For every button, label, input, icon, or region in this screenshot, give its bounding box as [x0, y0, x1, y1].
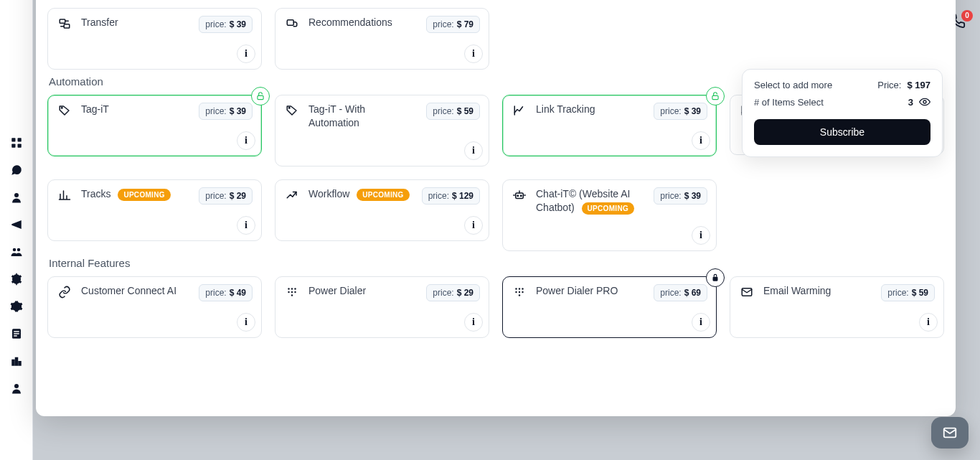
- link-icon: [57, 284, 72, 300]
- summary-select-label: Select to add more: [754, 80, 832, 90]
- upcoming-badge: UPCOMING: [582, 202, 634, 215]
- card-transfer[interactable]: Transfer price: $ 39 i: [47, 8, 262, 70]
- card-tagit-auto[interactable]: Tag-iT - With Automation price: $ 59 i: [275, 95, 489, 166]
- plan-modal: i i i i Transfer price: $ 39 i: [36, 0, 956, 416]
- card-title: Transfer: [81, 16, 190, 29]
- phone-badge: 0: [961, 10, 973, 22]
- svg-point-28: [294, 288, 296, 289]
- info-icon[interactable]: i: [464, 141, 483, 160]
- card-tagit[interactable]: Tag-iT price: $ 39 i: [47, 95, 262, 156]
- summary-items-label: # of Items Select: [754, 97, 824, 108]
- price-badge: price: $ 129: [422, 187, 480, 205]
- summary-price-value: $ 197: [907, 80, 930, 90]
- sidebar-item-settings[interactable]: [0, 293, 33, 320]
- card-title: Email Warming: [763, 284, 872, 298]
- svg-rect-17: [64, 24, 70, 28]
- card-title: Link Tracking: [536, 103, 645, 116]
- price-badge: price: $ 29: [199, 187, 253, 205]
- card-chatit[interactable]: Chat-iT© (Website AI Chatbot) UPCOMING p…: [502, 179, 717, 251]
- bars-icon: [57, 187, 72, 203]
- svg-point-36: [522, 288, 523, 289]
- section-automation-row-2: Tracks UPCOMING price: $ 29 i Workflow U…: [47, 179, 944, 251]
- summary-price-label: Price:: [877, 80, 901, 90]
- eye-icon[interactable]: [919, 96, 930, 108]
- sidebar-item-broadcast[interactable]: [0, 211, 33, 238]
- info-icon[interactable]: i: [237, 216, 255, 235]
- card-recommendations[interactable]: Recommendations price: $ 79 i: [275, 8, 489, 70]
- card-email-warming[interactable]: Email Warming price: $ 59 i: [730, 276, 944, 338]
- price-badge: price: $ 39: [654, 187, 707, 205]
- card-title: Tag-iT - With Automation: [308, 103, 418, 130]
- svg-point-38: [519, 291, 520, 293]
- svg-point-20: [62, 108, 63, 109]
- card-title: Power Dialer: [308, 284, 418, 298]
- sidebar-item-contact[interactable]: [0, 184, 33, 211]
- sidebar-item-messages[interactable]: [0, 156, 33, 184]
- price-badge: price: $ 39: [199, 103, 253, 120]
- card-workflow[interactable]: Workflow UPCOMING price: $ 129 i: [275, 179, 489, 241]
- card-link-tracking[interactable]: Link Tracking price: $ 39 i: [502, 95, 717, 156]
- svg-rect-11: [14, 335, 17, 337]
- sidebar-item-dashboard[interactable]: [0, 129, 33, 156]
- info-icon[interactable]: i: [464, 313, 483, 332]
- tag-icon: [284, 103, 300, 118]
- subscribe-button[interactable]: Subscribe: [754, 119, 930, 145]
- section-internal: Customer Connect AI price: $ 49 i Power …: [47, 276, 944, 338]
- svg-rect-16: [60, 19, 65, 23]
- price-badge: price: $ 79: [426, 16, 480, 33]
- sidebar-item-reports[interactable]: [0, 320, 33, 347]
- card-title: Customer Connect AI: [81, 284, 190, 298]
- price-badge: price: $ 49: [199, 284, 253, 301]
- svg-point-34: [515, 288, 517, 289]
- card-dialer[interactable]: Power Dialer price: $ 29 i: [275, 276, 489, 338]
- recommendations-icon: [284, 16, 300, 32]
- svg-rect-1: [18, 138, 22, 141]
- info-icon[interactable]: i: [692, 226, 710, 245]
- card-dialer-pro[interactable]: Power Dialer PRO price: $ 69 i: [502, 276, 717, 338]
- svg-rect-0: [11, 138, 15, 141]
- svg-point-21: [289, 108, 291, 109]
- upcoming-badge: UPCOMING: [118, 189, 170, 202]
- info-icon[interactable]: i: [237, 313, 255, 332]
- card-title: Tracks UPCOMING: [81, 187, 190, 202]
- chat-launcher[interactable]: [931, 417, 969, 449]
- trending-up-icon: [284, 187, 300, 203]
- price-badge: price: $ 59: [426, 103, 480, 120]
- dialpad-icon: [284, 284, 300, 300]
- card-title: Workflow UPCOMING: [308, 187, 413, 202]
- unlock-icon: [251, 87, 270, 105]
- dialpad-icon: [512, 284, 527, 300]
- card-cca[interactable]: Customer Connect AI price: $ 49 i: [47, 276, 262, 338]
- section-top-row-2: Transfer price: $ 39 i Recommendations p…: [47, 8, 944, 70]
- robot-icon: [512, 187, 527, 203]
- info-icon[interactable]: i: [919, 313, 938, 332]
- svg-point-42: [923, 100, 926, 103]
- card-title: Chat-iT© (Website AI Chatbot) UPCOMING: [536, 187, 645, 215]
- svg-rect-14: [18, 361, 22, 366]
- svg-rect-3: [18, 144, 22, 148]
- svg-point-37: [515, 291, 517, 293]
- svg-point-40: [519, 294, 520, 296]
- info-icon[interactable]: i: [464, 216, 483, 235]
- sidebar-item-profile[interactable]: [0, 375, 33, 402]
- sidebar-item-org[interactable]: [0, 347, 33, 375]
- info-icon[interactable]: i: [692, 313, 710, 332]
- card-title: Tag-iT: [81, 103, 190, 116]
- svg-rect-22: [712, 95, 718, 99]
- svg-rect-33: [713, 277, 718, 281]
- info-icon[interactable]: i: [237, 131, 255, 150]
- card-tracks[interactable]: Tracks UPCOMING price: $ 29 i: [47, 179, 262, 241]
- sidebar-item-team[interactable]: [0, 238, 33, 266]
- info-icon[interactable]: i: [692, 131, 710, 150]
- info-icon[interactable]: i: [464, 44, 483, 63]
- svg-rect-9: [14, 331, 19, 332]
- svg-point-24: [517, 195, 519, 197]
- sidebar-item-automations[interactable]: [0, 266, 33, 293]
- svg-point-29: [288, 291, 289, 293]
- svg-point-25: [521, 195, 522, 197]
- svg-rect-12: [11, 360, 15, 366]
- info-icon[interactable]: i: [237, 44, 255, 63]
- summary-panel: Select to add more Price: $ 197 # of Ite…: [742, 69, 943, 157]
- summary-items-value: 3: [908, 97, 913, 108]
- transfer-icon: [57, 16, 72, 32]
